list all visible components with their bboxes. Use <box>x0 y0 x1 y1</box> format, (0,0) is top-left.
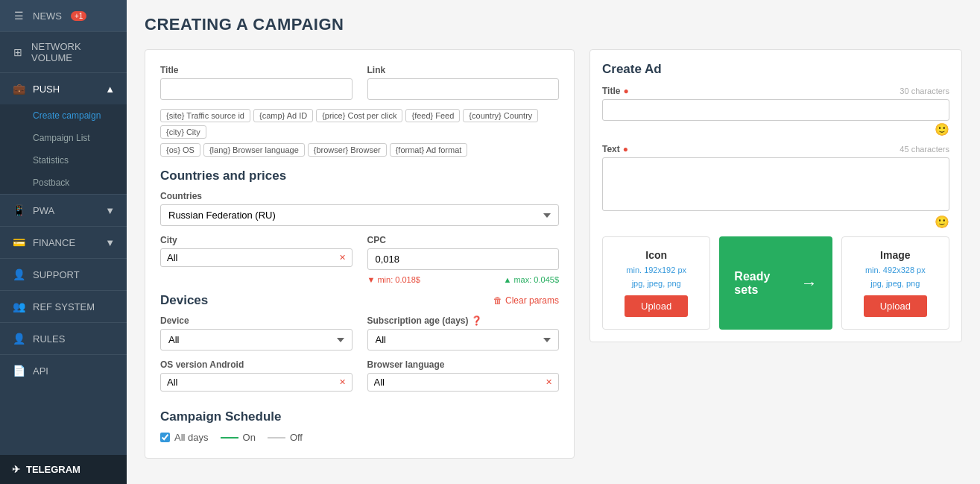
finance-chevron-icon: ▼ <box>105 237 115 248</box>
sidebar-sub-item-statistics[interactable]: Statistics <box>0 149 127 172</box>
os-version-input[interactable] <box>167 377 332 388</box>
text-required-star: ● <box>623 144 628 154</box>
ad-title-input-wrapper: 🙂 <box>602 96 949 136</box>
icon-upload-button[interactable]: Upload <box>625 295 688 317</box>
browser-language-input-wrap: ✕ <box>367 373 560 392</box>
create-ad-title: Create Ad <box>602 62 949 77</box>
cpc-min: ▼ min: 0.018$ <box>367 275 420 284</box>
browser-language-input[interactable] <box>374 377 539 388</box>
os-version-clear-icon[interactable]: ✕ <box>339 377 346 387</box>
tag-country[interactable]: {country} Country <box>463 109 538 122</box>
ad-text-textarea[interactable] <box>602 157 949 211</box>
push-chevron-icon: ▲ <box>105 84 115 95</box>
tag-price[interactable]: {price} Cost per click <box>316 109 402 122</box>
pwa-icon: 📱 <box>12 204 25 217</box>
image-box-hint1: min. 492x328 px <box>865 265 926 274</box>
all-days-checkbox[interactable] <box>160 433 170 442</box>
title-label: Title <box>160 65 353 75</box>
all-days-label-text: All days <box>174 432 209 443</box>
push-icon: 💼 <box>12 82 25 95</box>
news-badge: +1 <box>71 11 86 21</box>
cpc-label: CPC <box>367 235 560 245</box>
tag-format[interactable]: {format} Ad format <box>390 143 468 157</box>
sidebar-item-push[interactable]: 💼 PUSH ▲ <box>0 72 127 104</box>
link-input[interactable] <box>367 78 560 100</box>
off-label: Off <box>290 432 303 443</box>
on-legend: On <box>221 432 256 443</box>
tag-os[interactable]: {os} OS <box>160 143 200 157</box>
ready-sets-button[interactable]: Ready sets → <box>719 236 832 330</box>
sidebar-item-support[interactable]: 👤 SUPPORT <box>0 258 127 290</box>
sidebar-item-label: RULES <box>33 333 65 345</box>
city-label: City <box>160 235 353 245</box>
link-group: Link <box>367 65 560 100</box>
ready-sets-line1: Ready <box>734 270 770 283</box>
browser-language-clear-icon[interactable]: ✕ <box>546 377 552 387</box>
icon-box-hint1: min. 192x192 px <box>626 265 686 274</box>
cpc-hints: ▼ min: 0.018$ ▲ max: 0.045$ <box>367 275 560 284</box>
title-group: Title <box>160 65 353 100</box>
tag-city[interactable]: {city} City <box>160 125 206 139</box>
countries-group: Countries Russian Federation (RU) <box>160 191 559 226</box>
cpc-max: ▲ max: 0.045$ <box>504 275 559 284</box>
tag-feed[interactable]: {feed} Feed <box>405 109 460 122</box>
title-required-star: ● <box>623 86 628 96</box>
device-label: Device <box>160 315 353 326</box>
telegram-icon: ✈ <box>12 464 20 475</box>
tag-site[interactable]: {site} Traffic source id <box>160 109 250 122</box>
image-upload-button[interactable]: Upload <box>864 295 927 317</box>
sidebar-sub-item-campaign-list[interactable]: Campaign List <box>0 127 127 149</box>
all-days-checkbox-label[interactable]: All days <box>160 432 209 443</box>
telegram-label: TELEGRAM <box>26 464 80 475</box>
cpc-input[interactable] <box>367 248 560 270</box>
city-cpc-row: City ✕ CPC ▼ min: 0.018$ ▲ max: 0.045$ <box>160 235 559 284</box>
sidebar-item-pwa[interactable]: 📱 PWA ▼ <box>0 194 127 226</box>
question-icon: ❓ <box>471 315 482 326</box>
ad-title-field-label: Title ● <box>602 86 629 96</box>
sidebar-item-label: PWA <box>33 205 54 216</box>
sidebar-item-news[interactable]: ☰ NEWS +1 <box>0 0 127 31</box>
tags-row-2: {os} OS {lang} Browser language {browser… <box>160 143 559 157</box>
sidebar-item-finance[interactable]: 💳 FINANCE ▼ <box>0 226 127 258</box>
city-clear-icon[interactable]: ✕ <box>339 253 346 263</box>
schedule-title: Campaign Schedule <box>160 409 559 424</box>
ready-sets-line2: sets <box>734 283 770 297</box>
countries-select[interactable]: Russian Federation (RU) <box>160 204 559 226</box>
image-box-hint2: jpg, jpeg, png <box>870 279 920 288</box>
api-icon: 📄 <box>12 364 25 377</box>
clear-params-label: Clear params <box>505 295 559 306</box>
icon-upload-box: Icon min. 192x192 px jpg, jpeg, png Uplo… <box>602 236 710 330</box>
tag-lang[interactable]: {lang} Browser language <box>203 143 305 157</box>
sidebar-item-network-volume[interactable]: ⊞ NETWORK VOLUME <box>0 31 127 72</box>
subscription-age-select[interactable]: All <box>367 329 560 351</box>
icon-box-title: Icon <box>645 249 667 261</box>
sidebar-item-ref-system[interactable]: 👥 REF SYSTEM <box>0 290 127 322</box>
sidebar-sub-item-postback[interactable]: Postback <box>0 172 127 194</box>
on-label: On <box>243 432 256 443</box>
ad-title-input[interactable] <box>602 99 949 121</box>
sidebar-item-rules[interactable]: 👤 RULES <box>0 322 127 354</box>
sidebar-item-label: FINANCE <box>33 237 75 248</box>
telegram-button[interactable]: ✈ TELEGRAM <box>0 455 127 484</box>
title-input[interactable] <box>160 78 353 100</box>
sidebar: ☰ NEWS +1 ⊞ NETWORK VOLUME 💼 PUSH ▲ Crea… <box>0 0 127 484</box>
ref-system-icon: 👥 <box>12 300 25 313</box>
subscription-age-group: Subscription age (days) ❓ All <box>367 315 560 351</box>
create-ad-section: Create Ad Title ● 30 characters 🙂 <box>589 49 962 342</box>
os-version-input-wrap: ✕ <box>160 373 353 392</box>
sidebar-sub-item-create-campaign[interactable]: Create campaign <box>0 104 127 127</box>
sidebar-item-label: REF SYSTEM <box>33 301 95 312</box>
tag-camp[interactable]: {camp} Ad ID <box>253 109 313 122</box>
subscription-age-select-wrapper: All <box>367 329 560 351</box>
device-select[interactable]: All <box>160 329 353 351</box>
schedule-section: Campaign Schedule All days On Off <box>160 409 559 443</box>
ad-text-group: Text ● 45 characters 🙂 <box>602 144 949 229</box>
clear-params-button[interactable]: 🗑 Clear params <box>493 295 559 306</box>
device-group: Device All <box>160 315 353 351</box>
tag-browser[interactable]: {browser} Browser <box>308 143 387 157</box>
city-input[interactable] <box>167 252 332 263</box>
title-emoji-icon: 🙂 <box>602 122 949 136</box>
ready-sets-arrow-icon: → <box>801 274 818 293</box>
sidebar-item-api[interactable]: 📄 API <box>0 354 127 386</box>
sidebar-item-label: PUSH <box>33 84 60 95</box>
